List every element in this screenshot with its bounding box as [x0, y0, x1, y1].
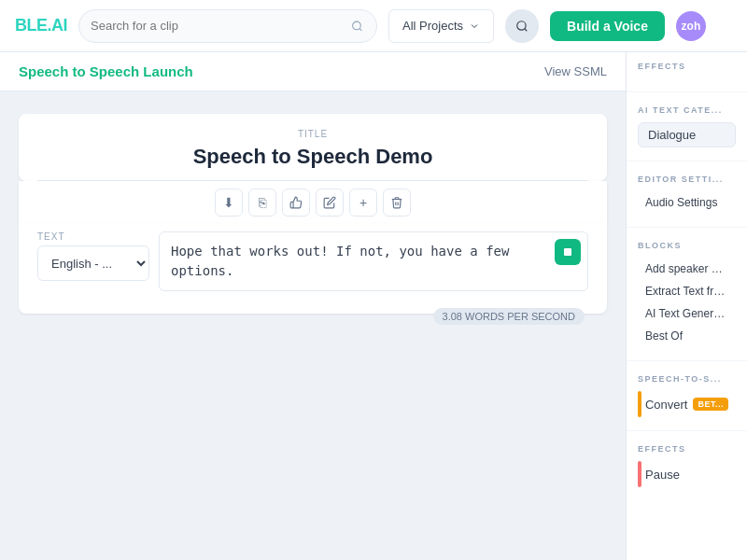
words-per-second-badge: 3.08 WORDS PER SECOND: [433, 308, 585, 325]
trash-button[interactable]: [383, 189, 411, 217]
speaker-wrap: TEXT English - ...: [37, 231, 149, 281]
text-block: TEXT English - ... 3.08 WORDS PER SECOND: [19, 224, 607, 314]
avatar: zoh: [676, 11, 706, 41]
search-button[interactable]: [505, 9, 539, 43]
layout: Speech to Speech Launch View SSML TITLE …: [0, 52, 747, 560]
effects-title: EFFECTS: [638, 62, 736, 71]
edit-button[interactable]: [316, 189, 344, 217]
download-button[interactable]: ⬇: [215, 189, 243, 217]
thumbsup-icon: [289, 196, 303, 209]
beta-badge: BET...: [693, 398, 728, 411]
speaker-select[interactable]: English - ...: [37, 245, 149, 281]
subheader: Speech to Speech Launch View SSML: [0, 52, 626, 91]
add-speaker-item[interactable]: Add speaker be...: [638, 258, 736, 280]
divider-1: [627, 91, 747, 92]
svg-point-0: [353, 21, 361, 30]
text-input[interactable]: [159, 231, 588, 291]
editor-settings-section: EDITOR SETTI... Audio Settings: [627, 165, 747, 223]
search-magnifier-icon: [515, 20, 529, 33]
blocks-section: BLOCKS Add speaker be... Extract Text fr…: [627, 231, 747, 357]
project-title: Speech to Speech Launch: [19, 63, 193, 79]
add-button[interactable]: +: [349, 189, 377, 217]
divider-3: [627, 227, 747, 228]
search-bar[interactable]: [78, 9, 377, 43]
svg-line-3: [525, 28, 528, 31]
effects2-section: EFFECTS Pause: [627, 435, 747, 497]
convert-label[interactable]: Convert: [645, 398, 688, 412]
search-input[interactable]: [91, 19, 344, 33]
editor-settings-title: EDITOR SETTI...: [638, 175, 736, 184]
title-input[interactable]: [37, 145, 588, 181]
ai-text-gen-item[interactable]: AI Text Generati...: [638, 302, 736, 325]
logo: BLE.AI: [15, 16, 67, 35]
svg-point-2: [517, 21, 526, 29]
dialogue-chip[interactable]: Dialogue: [638, 122, 736, 147]
build-voice-button[interactable]: Build a Voice: [550, 11, 665, 41]
thumbsup-button[interactable]: [282, 189, 310, 217]
copy-button[interactable]: ⎘: [248, 189, 276, 217]
title-block: TITLE: [19, 114, 607, 181]
text-label: TEXT: [37, 231, 149, 242]
title-label: TITLE: [37, 129, 588, 139]
ai-text-section: AI TEXT CATE... Dialogue: [627, 96, 747, 157]
pause-label[interactable]: Pause: [645, 468, 680, 482]
header: BLE.AI All Projects Build a Voice zoh: [0, 0, 747, 52]
convert-row: Convert BET...: [638, 391, 736, 417]
audio-settings-item[interactable]: Audio Settings: [638, 191, 736, 214]
text-block-toolbar: ⬇ ⎘ +: [37, 181, 588, 224]
effects-section: EFFECTS: [627, 52, 747, 88]
effects2-title: EFFECTS: [638, 444, 736, 454]
search-icon: [351, 20, 363, 33]
text-area-wrap: [159, 231, 588, 295]
right-sidebar: EFFECTS AI TEXT CATE... Dialogue EDITOR …: [626, 52, 747, 560]
speech-to-s-section: SPEECH-TO-S... Convert BET...: [627, 365, 747, 427]
best-of-item[interactable]: Best Of: [638, 325, 736, 347]
chevron-down-icon: [469, 21, 480, 32]
view-ssml-button[interactable]: View SSML: [544, 64, 607, 78]
svg-line-1: [359, 28, 361, 30]
ai-text-category-title: AI TEXT CATE...: [638, 105, 736, 115]
pause-inner: Pause: [638, 463, 687, 486]
trash-icon: [390, 196, 403, 209]
text-block-inner: TEXT English - ...: [37, 224, 588, 295]
blocks-title: BLOCKS: [638, 241, 736, 250]
speech-to-s-title: SPEECH-TO-S...: [638, 374, 736, 384]
extract-text-item[interactable]: Extract Text fro...: [638, 280, 736, 302]
svg-rect-4: [564, 248, 571, 256]
stop-icon: [562, 246, 573, 258]
divider-2: [627, 161, 747, 161]
convert-inner: Convert BET...: [638, 393, 736, 416]
pause-row: Pause: [638, 461, 736, 487]
divider-4: [627, 360, 747, 361]
projects-label: All Projects: [402, 19, 463, 33]
pencil-icon: [323, 196, 336, 209]
editor-area: TITLE ⬇ ⎘ +: [0, 91, 626, 560]
all-projects-button[interactable]: All Projects: [388, 9, 494, 43]
play-button[interactable]: [555, 239, 581, 265]
divider-5: [627, 430, 747, 431]
toolbar-container: ⬇ ⎘ +: [19, 181, 607, 224]
main-content: Speech to Speech Launch View SSML TITLE …: [0, 52, 626, 560]
